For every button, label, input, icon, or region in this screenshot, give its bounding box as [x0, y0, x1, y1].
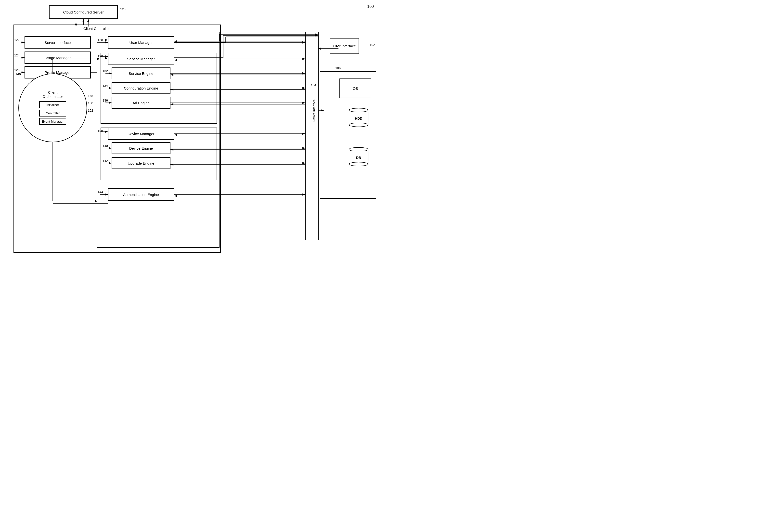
user-interface-label: User Interface [333, 44, 356, 48]
usage-manager-box: Usage Manager [24, 51, 91, 64]
ref-142: 142 [103, 159, 108, 163]
event-manager-box: Event Manager [39, 118, 66, 125]
authentication-engine-box: Authentication Engine [108, 188, 174, 201]
os-box: OS [339, 79, 371, 98]
client-controller-label: Client Controller [83, 26, 110, 31]
configuration-engine-label: Configuration Engine [124, 86, 158, 90]
os-label: OS [353, 86, 358, 91]
upgrade-engine-box: Upgrade Engine [112, 157, 171, 169]
ref-106: 106 [335, 66, 341, 70]
event-manager-label: Event Manager [42, 120, 64, 123]
ref-148: 148 [88, 94, 93, 98]
server-interface-box: Server Interface [24, 36, 91, 48]
ref-128: 128 [98, 38, 103, 42]
ad-engine-label: Ad Engine [132, 101, 149, 105]
db-cylinder: DB [349, 147, 368, 165]
service-engine-label: Service Engine [129, 71, 153, 76]
ref-124: 124 [14, 54, 20, 57]
service-manager-label: Service Manager [127, 57, 155, 61]
ref-146: 146 [15, 72, 21, 76]
native-interface-label: Native Interface [312, 86, 316, 135]
controller-box: Controller [39, 110, 66, 116]
upgrade-engine-label: Upgrade Engine [128, 161, 154, 165]
user-manager-box: User Manager [108, 36, 174, 48]
user-interface-box: User Interface [330, 38, 359, 54]
db-label: DB [356, 156, 361, 160]
ref-122: 122 [14, 38, 20, 42]
server-interface-label: Server Interface [45, 40, 71, 45]
usage-manager-label: Usage Manager [45, 56, 71, 60]
hdd-label: HDD [355, 116, 362, 120]
ad-engine-box: Ad Engine [112, 97, 171, 109]
configuration-engine-box: Configuration Engine [112, 82, 171, 94]
cloud-configured-server-label: Cloud Configured Server [63, 10, 104, 14]
ref-150: 150 [88, 101, 93, 105]
device-engine-box: Device Engine [112, 142, 171, 154]
device-engine-label: Device Engine [129, 146, 153, 150]
ref-136: 136 [103, 99, 108, 102]
ref-100: 100 [367, 4, 374, 9]
ref-134: 134 [103, 84, 108, 88]
controller-label: Controller [46, 111, 60, 115]
cloud-configured-server-box: Cloud Configured Server [49, 5, 118, 19]
ref-152: 152 [88, 109, 93, 112]
ref-102: 102 [370, 43, 375, 46]
authentication-engine-label: Authentication Engine [123, 193, 159, 197]
ref-132: 132 [103, 69, 108, 73]
service-engine-box: Service Engine [112, 68, 171, 79]
ref-144: 144 [98, 190, 103, 194]
device-manager-label: Device Manager [127, 132, 154, 136]
ref-138: 138 [98, 129, 103, 133]
client-orchestrator-circle: ClientOrchestrator Initializer Controlle… [18, 74, 87, 142]
ref-120: 120 [120, 7, 126, 11]
client-orchestrator-label: ClientOrchestrator [42, 90, 63, 99]
ref-140: 140 [103, 144, 108, 148]
initializer-label: Initializer [46, 103, 59, 107]
user-manager-label: User Manager [129, 40, 152, 45]
hdd-cylinder: HDD [349, 108, 368, 125]
ref-126: 126 [14, 68, 20, 72]
initializer-box: Initializer [39, 101, 66, 108]
service-manager-box: Service Manager [108, 53, 174, 65]
device-manager-box: Device Manager [108, 127, 174, 140]
native-interface-border [305, 32, 319, 240]
ref-130: 130 [98, 55, 103, 58]
diagram-container: 100 Cloud Configured Server 120 Client C… [0, 0, 388, 266]
